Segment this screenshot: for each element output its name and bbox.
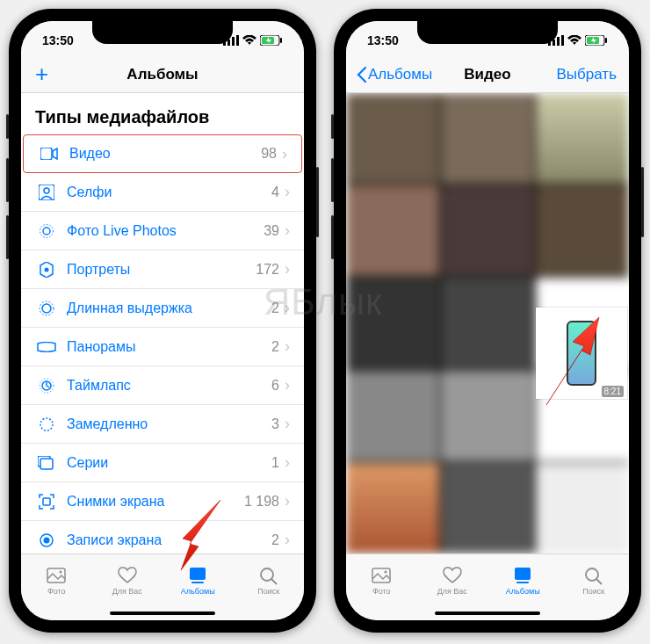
tab-label: Фото <box>47 587 66 596</box>
content-area[interactable]: Типы медиафайлов Видео 98 › Селфи 4 › Фо… <box>21 93 304 554</box>
long-exposure-icon <box>35 300 58 316</box>
svg-point-9 <box>44 188 49 193</box>
svg-point-24 <box>44 537 50 543</box>
row-count: 1 <box>271 455 279 471</box>
chevron-right-icon: › <box>285 337 290 356</box>
nav-title: Альбомы <box>126 66 198 83</box>
svg-point-19 <box>40 418 53 431</box>
row-slomo[interactable]: Замедленно 3 › <box>21 405 304 444</box>
for-you-icon <box>442 566 463 585</box>
chevron-right-icon: › <box>285 183 290 201</box>
tab-photos[interactable]: Фото <box>21 554 92 606</box>
chevron-right-icon: › <box>285 453 290 472</box>
row-screen-recordings[interactable]: Записи экрана 2 › <box>21 521 304 554</box>
svg-line-17 <box>47 386 49 387</box>
screenshot-icon <box>35 494 58 510</box>
row-label: Фото Live Photos <box>58 223 264 239</box>
back-button[interactable]: Альбомы <box>357 66 432 83</box>
nav-title: Видео <box>464 66 510 83</box>
svg-point-44 <box>586 568 598 581</box>
svg-rect-36 <box>561 35 564 46</box>
wifi-icon <box>242 35 256 46</box>
svg-point-31 <box>261 568 273 581</box>
svg-rect-42 <box>515 568 531 580</box>
svg-rect-22 <box>43 498 50 505</box>
tab-label: Для Вас <box>112 587 142 596</box>
status-time: 13:50 <box>42 33 74 47</box>
photos-icon <box>371 566 392 585</box>
row-portraits[interactable]: Портреты 172 › <box>21 250 304 289</box>
row-count: 172 <box>256 262 279 278</box>
svg-point-12 <box>45 267 49 271</box>
tab-bar: Фото Для Вас Альбомы Поиск <box>21 554 304 620</box>
timelapse-icon <box>35 378 58 394</box>
selfie-icon <box>35 185 58 200</box>
back-label: Альбомы <box>368 66 432 83</box>
tab-for-you[interactable]: Для Вас <box>92 554 163 606</box>
row-label: Видео <box>61 146 261 162</box>
tab-search[interactable]: Поиск <box>559 554 630 606</box>
row-count: 4 <box>271 185 279 200</box>
burst-icon <box>35 456 58 470</box>
row-label: Портреты <box>58 262 256 278</box>
chevron-right-icon: › <box>282 145 287 163</box>
svg-point-13 <box>42 304 51 313</box>
row-count: 98 <box>261 146 277 162</box>
screen-recording-icon <box>35 532 58 548</box>
svg-rect-30 <box>191 582 204 583</box>
photos-icon <box>46 566 67 585</box>
tab-label: Альбомы <box>506 587 540 596</box>
tab-for-you[interactable]: Для Вас <box>417 554 488 606</box>
row-count: 2 <box>271 532 279 548</box>
add-button[interactable]: + <box>35 61 48 88</box>
svg-rect-39 <box>605 38 607 43</box>
row-timelapse[interactable]: Таймлапс 6 › <box>21 366 304 405</box>
live-photos-icon <box>35 223 58 239</box>
albums-icon <box>512 566 533 585</box>
row-videos[interactable]: Видео 98 › <box>23 134 302 173</box>
row-label: Селфи <box>58 185 271 200</box>
search-icon <box>258 566 279 585</box>
panorama-icon <box>35 342 58 352</box>
tab-albums[interactable]: Альбомы <box>488 554 559 606</box>
row-count: 2 <box>271 339 279 355</box>
svg-rect-8 <box>39 185 54 200</box>
notch <box>92 21 233 44</box>
red-arrow-annotation <box>172 496 234 575</box>
row-count: 1 198 <box>244 494 279 510</box>
tab-bar: Фото Для Вас Альбомы Поиск <box>346 554 629 620</box>
home-indicator[interactable] <box>435 611 540 615</box>
navigation-bar: Альбомы Видео Выбрать <box>346 56 629 93</box>
row-screenshots[interactable]: Снимки экрана 1 198 › <box>21 482 304 521</box>
tab-photos[interactable]: Фото <box>346 554 417 606</box>
chevron-right-icon: › <box>285 221 290 240</box>
home-indicator[interactable] <box>110 611 215 615</box>
row-selfies[interactable]: Селфи 4 › <box>21 173 304 212</box>
navigation-bar: + Альбомы <box>21 56 304 93</box>
svg-rect-7 <box>40 148 52 160</box>
row-long-exposure[interactable]: Длинная выдержка 2 › <box>21 289 304 328</box>
select-button[interactable]: Выбрать <box>557 66 617 83</box>
row-label: Таймлапс <box>58 378 271 394</box>
row-panoramas[interactable]: Панорамы 2 › <box>21 328 304 366</box>
chevron-right-icon: › <box>285 376 290 394</box>
chevron-right-icon: › <box>285 260 290 279</box>
svg-rect-43 <box>516 582 529 583</box>
video-icon <box>38 148 61 160</box>
red-arrow-annotation <box>529 313 608 409</box>
row-label: Панорамы <box>58 339 271 355</box>
slomo-icon <box>35 416 58 432</box>
tab-label: Фото <box>372 587 391 596</box>
svg-rect-2 <box>232 37 235 46</box>
row-count: 3 <box>271 416 279 432</box>
svg-rect-3 <box>236 35 239 46</box>
svg-point-10 <box>43 228 50 235</box>
row-live-photos[interactable]: Фото Live Photos 39 › <box>21 212 304 250</box>
battery-icon <box>585 35 608 46</box>
svg-rect-6 <box>280 38 282 43</box>
row-label: Длинная выдержка <box>58 300 271 316</box>
chevron-right-icon: › <box>285 415 290 433</box>
row-bursts[interactable]: Серии 1 › <box>21 444 304 482</box>
phone-frame-right: 13:50 Альбомы Видео Выбрать <box>334 9 641 633</box>
tab-search[interactable]: Поиск <box>234 554 305 606</box>
